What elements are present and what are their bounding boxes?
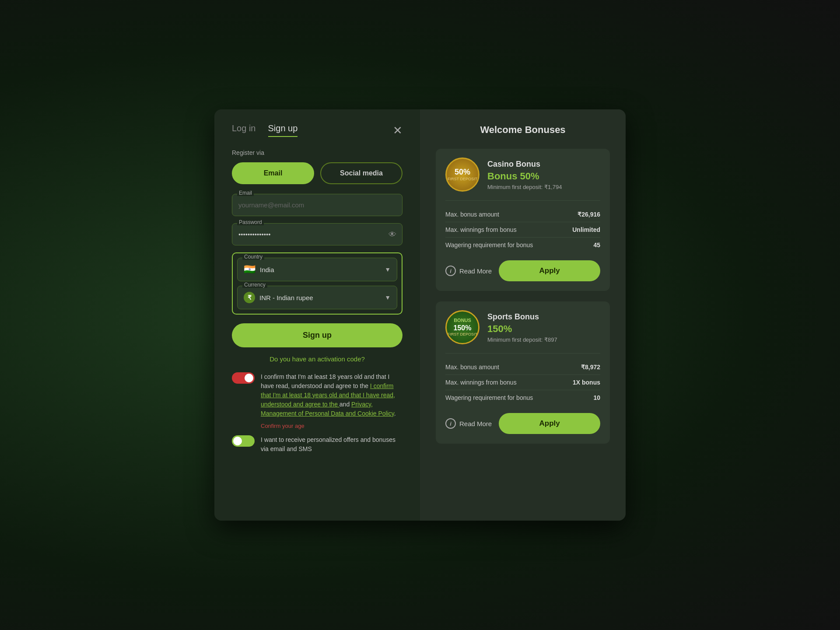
social-method-button[interactable]: Social media bbox=[320, 162, 402, 184]
sports-bonus-rows: Max. bonus amount ₹8,972 Max. winnings f… bbox=[445, 353, 600, 405]
email-method-button[interactable]: Email bbox=[232, 162, 314, 184]
country-select: Country 🇮🇳 India ▼ bbox=[237, 258, 397, 281]
currency-chevron-icon: ▼ bbox=[385, 294, 391, 301]
sports-row-3: Wagering requirement for bonus 10 bbox=[445, 390, 600, 405]
password-label: Password bbox=[237, 219, 264, 225]
sports-row-1: Max. bonus amount ₹8,972 bbox=[445, 360, 600, 375]
casino-apply-button[interactable]: Apply bbox=[499, 260, 600, 281]
casino-row-1: Max. bonus amount ₹26,916 bbox=[445, 207, 600, 222]
casino-bonus-info: Casino Bonus Bonus 50% Minimum first dep… bbox=[487, 160, 562, 190]
tab-login[interactable]: Log in bbox=[232, 123, 256, 137]
casino-read-more-button[interactable]: i Read More bbox=[445, 266, 492, 276]
age-toggle[interactable]: OFF bbox=[232, 372, 255, 384]
inr-currency-icon: ₹ bbox=[244, 292, 255, 303]
country-currency-box: Country 🇮🇳 India ▼ Currency ₹ INR - Indi… bbox=[232, 252, 402, 315]
casino-min-deposit: Minimum first deposit: ₹1,794 bbox=[487, 184, 562, 190]
casino-bonus-percent: Bonus 50% bbox=[487, 171, 562, 182]
toggle-password-icon[interactable]: 👁 bbox=[388, 230, 396, 239]
offers-toggle-knob bbox=[233, 437, 242, 445]
confirm-age-error: Confirm your age bbox=[261, 423, 402, 429]
password-field: Password 👁 bbox=[232, 223, 402, 245]
age-confirm-row: OFF I confirm that I'm at least 18 years… bbox=[232, 372, 402, 418]
currency-value: INR - Indian rupee bbox=[259, 294, 385, 301]
personalized-offers-row: ON I want to receive personalized offers… bbox=[232, 435, 402, 454]
register-via-label: Register via bbox=[232, 149, 402, 156]
country-value: India bbox=[260, 266, 385, 273]
toggle-knob bbox=[245, 374, 253, 382]
casino-badge-sub: FIRST DEPOSIT bbox=[448, 177, 477, 182]
casino-bonus-rows: Max. bonus amount ₹26,916 Max. winnings … bbox=[445, 200, 600, 252]
age-confirm-text: I confirm that I'm at least 18 years old… bbox=[261, 372, 402, 418]
sports-row-2: Max. winnings from bonus 1X bonus bbox=[445, 375, 600, 390]
modal: Log in Sign up ✕ Register via Email Soci… bbox=[214, 109, 626, 521]
terms-link[interactable]: I confirm that I'm at least 18 years old… bbox=[261, 382, 395, 408]
sports-bonus-info: Sports Bonus 150% Minimum first deposit:… bbox=[487, 312, 557, 343]
sports-bonus-card: BONUS 150% FIRST DEPOSIT Sports Bonus 15… bbox=[436, 301, 610, 444]
signup-panel: Log in Sign up ✕ Register via Email Soci… bbox=[214, 109, 420, 521]
email-input[interactable] bbox=[232, 194, 402, 216]
currency-label: Currency bbox=[242, 282, 267, 288]
sports-info-icon: i bbox=[445, 418, 456, 429]
casino-bonus-header: 50% FIRST DEPOSIT Casino Bonus Bonus 50%… bbox=[445, 158, 600, 192]
bonuses-panel: Welcome Bonuses 50% FIRST DEPOSIT Casino… bbox=[420, 109, 626, 521]
welcome-title: Welcome Bonuses bbox=[436, 124, 610, 136]
casino-bonus-actions: i Read More Apply bbox=[445, 260, 600, 281]
email-field: Email bbox=[232, 194, 402, 216]
tab-signup[interactable]: Sign up bbox=[268, 123, 298, 137]
currency-select: Currency ₹ INR - Indian rupee ▼ bbox=[237, 286, 397, 309]
casino-badge: 50% FIRST DEPOSIT bbox=[445, 158, 480, 192]
casino-row-2: Max. winnings from bonus Unlimited bbox=[445, 222, 600, 238]
close-button[interactable]: ✕ bbox=[393, 125, 402, 136]
casino-badge-circle: 50% FIRST DEPOSIT bbox=[445, 158, 480, 192]
casino-bonus-card: 50% FIRST DEPOSIT Casino Bonus Bonus 50%… bbox=[436, 149, 610, 291]
sports-badge: BONUS 150% FIRST DEPOSIT bbox=[445, 310, 480, 345]
activation-code-link[interactable]: Do you have an activation code? bbox=[232, 355, 402, 363]
sports-bonus-label: BONUS bbox=[448, 318, 477, 323]
signup-button[interactable]: Sign up bbox=[232, 323, 402, 347]
sports-read-more-button[interactable]: i Read More bbox=[445, 418, 492, 429]
india-flag-icon: 🇮🇳 bbox=[244, 264, 256, 275]
tab-bar: Log in Sign up ✕ bbox=[232, 123, 402, 137]
email-label: Email bbox=[237, 190, 254, 196]
method-selector: Email Social media bbox=[232, 162, 402, 184]
personalized-offers-text: I want to receive personalized offers an… bbox=[261, 435, 402, 454]
sports-badge-circle: BONUS 150% FIRST DEPOSIT bbox=[445, 310, 480, 344]
sports-bonus-title: Sports Bonus bbox=[487, 312, 557, 322]
password-input[interactable] bbox=[232, 223, 402, 245]
sports-badge-percent: 150% bbox=[448, 324, 477, 332]
casino-info-icon: i bbox=[445, 266, 456, 276]
sports-apply-button[interactable]: Apply bbox=[499, 413, 600, 434]
sports-min-deposit: Minimum first deposit: ₹897 bbox=[487, 336, 557, 343]
offers-toggle[interactable]: ON bbox=[232, 435, 255, 447]
casino-badge-percent: 50% bbox=[448, 168, 477, 177]
country-label: Country bbox=[242, 254, 264, 260]
sports-bonus-percent: 150% bbox=[487, 323, 557, 335]
sports-bonus-header: BONUS 150% FIRST DEPOSIT Sports Bonus 15… bbox=[445, 310, 600, 345]
casino-bonus-title: Casino Bonus bbox=[487, 160, 562, 169]
country-chevron-icon: ▼ bbox=[385, 266, 391, 273]
sports-bonus-actions: i Read More Apply bbox=[445, 413, 600, 434]
sports-badge-sub: FIRST DEPOSIT bbox=[448, 332, 477, 337]
casino-row-3: Wagering requirement for bonus 45 bbox=[445, 238, 600, 252]
